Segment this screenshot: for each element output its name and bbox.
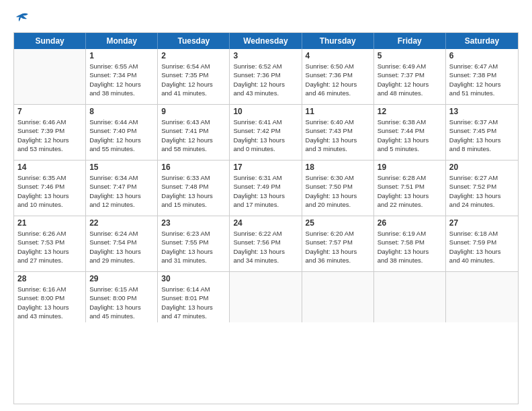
day-info: Sunrise: 6:19 AM Sunset: 7:58 PM Dayligh… (378, 229, 442, 265)
day-number: 24 (233, 218, 298, 228)
calendar-day-cell: 29Sunrise: 6:15 AM Sunset: 8:00 PM Dayli… (86, 272, 158, 322)
day-info: Sunrise: 6:47 AM Sunset: 7:38 PM Dayligh… (449, 62, 515, 97)
day-number: 16 (161, 163, 226, 172)
calendar-day-cell (374, 272, 446, 322)
day-number: 18 (306, 163, 370, 172)
day-number: 1 (89, 51, 154, 60)
day-number: 8 (89, 107, 154, 116)
calendar-day-cell: 23Sunrise: 6:23 AM Sunset: 7:55 PM Dayli… (158, 216, 230, 271)
day-info: Sunrise: 6:52 AM Sunset: 7:36 PM Dayligh… (233, 62, 298, 97)
calendar-day-cell: 5Sunrise: 6:49 AM Sunset: 7:37 PM Daylig… (374, 49, 446, 104)
calendar-day-cell: 17Sunrise: 6:31 AM Sunset: 7:49 PM Dayli… (230, 161, 302, 216)
day-info: Sunrise: 6:38 AM Sunset: 7:44 PM Dayligh… (378, 118, 442, 153)
day-number: 19 (378, 163, 442, 172)
day-number: 22 (89, 218, 154, 228)
calendar-day-cell: 22Sunrise: 6:24 AM Sunset: 7:54 PM Dayli… (86, 216, 158, 271)
day-number: 3 (233, 51, 298, 60)
calendar-day-cell: 15Sunrise: 6:34 AM Sunset: 7:47 PM Dayli… (86, 161, 158, 216)
day-info: Sunrise: 6:24 AM Sunset: 7:54 PM Dayligh… (89, 229, 154, 265)
day-info: Sunrise: 6:31 AM Sunset: 7:49 PM Dayligh… (233, 173, 298, 209)
day-number: 28 (17, 274, 82, 283)
calendar-week-row: 14Sunrise: 6:35 AM Sunset: 7:46 PM Dayli… (14, 161, 518, 216)
calendar-day-cell: 21Sunrise: 6:26 AM Sunset: 7:53 PM Dayli… (14, 216, 86, 271)
calendar-day-cell (302, 272, 374, 322)
day-info: Sunrise: 6:37 AM Sunset: 7:45 PM Dayligh… (449, 118, 515, 153)
calendar-day-cell: 3Sunrise: 6:52 AM Sunset: 7:36 PM Daylig… (230, 49, 302, 104)
day-number: 2 (161, 51, 226, 60)
calendar-body: 1Sunrise: 6:55 AM Sunset: 7:34 PM Daylig… (14, 49, 518, 322)
calendar-day-cell: 11Sunrise: 6:40 AM Sunset: 7:43 PM Dayli… (302, 105, 374, 160)
calendar-day-cell: 28Sunrise: 6:16 AM Sunset: 8:00 PM Dayli… (14, 272, 86, 322)
day-number: 26 (378, 218, 442, 228)
day-info: Sunrise: 6:20 AM Sunset: 7:57 PM Dayligh… (306, 229, 370, 265)
calendar-header: SundayMondayTuesdayWednesdayThursdayFrid… (14, 33, 518, 49)
calendar-header-cell: Sunday (14, 33, 86, 49)
day-info: Sunrise: 6:16 AM Sunset: 8:00 PM Dayligh… (17, 285, 82, 320)
day-number: 9 (161, 107, 226, 116)
calendar-day-cell: 13Sunrise: 6:37 AM Sunset: 7:45 PM Dayli… (446, 105, 518, 160)
day-info: Sunrise: 6:34 AM Sunset: 7:47 PM Dayligh… (89, 173, 154, 209)
day-info: Sunrise: 6:55 AM Sunset: 7:34 PM Dayligh… (89, 62, 154, 97)
calendar-header-cell: Monday (86, 33, 158, 49)
calendar-week-row: 1Sunrise: 6:55 AM Sunset: 7:34 PM Daylig… (14, 49, 518, 105)
day-number: 17 (233, 163, 298, 172)
day-number: 20 (449, 163, 515, 172)
logo-bird-icon (15, 11, 30, 26)
calendar-day-cell (14, 49, 86, 104)
day-info: Sunrise: 6:15 AM Sunset: 8:00 PM Dayligh… (89, 285, 154, 320)
day-number: 14 (17, 163, 82, 172)
day-info: Sunrise: 6:35 AM Sunset: 7:46 PM Dayligh… (17, 173, 82, 209)
day-info: Sunrise: 6:43 AM Sunset: 7:41 PM Dayligh… (161, 118, 226, 153)
calendar-day-cell: 25Sunrise: 6:20 AM Sunset: 7:57 PM Dayli… (302, 216, 374, 271)
day-number: 11 (306, 107, 370, 116)
day-number: 23 (161, 218, 226, 228)
day-number: 25 (306, 218, 370, 228)
calendar-day-cell: 7Sunrise: 6:46 AM Sunset: 7:39 PM Daylig… (14, 105, 86, 160)
calendar-day-cell: 12Sunrise: 6:38 AM Sunset: 7:44 PM Dayli… (374, 105, 446, 160)
day-number: 13 (449, 107, 515, 116)
calendar-day-cell: 4Sunrise: 6:50 AM Sunset: 7:36 PM Daylig… (302, 49, 374, 104)
day-info: Sunrise: 6:27 AM Sunset: 7:52 PM Dayligh… (449, 173, 515, 209)
day-number: 7 (17, 107, 82, 116)
calendar-day-cell: 6Sunrise: 6:47 AM Sunset: 7:38 PM Daylig… (446, 49, 518, 104)
day-number: 6 (449, 51, 515, 60)
calendar-day-cell: 20Sunrise: 6:27 AM Sunset: 7:52 PM Dayli… (446, 161, 518, 216)
calendar-day-cell: 24Sunrise: 6:22 AM Sunset: 7:56 PM Dayli… (230, 216, 302, 271)
calendar-day-cell: 9Sunrise: 6:43 AM Sunset: 7:41 PM Daylig… (158, 105, 230, 160)
day-info: Sunrise: 6:22 AM Sunset: 7:56 PM Dayligh… (233, 229, 298, 265)
calendar-week-row: 21Sunrise: 6:26 AM Sunset: 7:53 PM Dayli… (14, 216, 518, 272)
day-info: Sunrise: 6:46 AM Sunset: 7:39 PM Dayligh… (17, 118, 82, 153)
day-info: Sunrise: 6:28 AM Sunset: 7:51 PM Dayligh… (378, 173, 442, 209)
calendar-header-cell: Wednesday (230, 33, 302, 49)
calendar-day-cell: 16Sunrise: 6:33 AM Sunset: 7:48 PM Dayli… (158, 161, 230, 216)
logo (13, 11, 30, 26)
day-info: Sunrise: 6:40 AM Sunset: 7:43 PM Dayligh… (306, 118, 370, 153)
page: SundayMondayTuesdayWednesdayThursdayFrid… (0, 0, 532, 411)
calendar-day-cell: 8Sunrise: 6:44 AM Sunset: 7:40 PM Daylig… (86, 105, 158, 160)
day-number: 4 (306, 51, 370, 60)
day-info: Sunrise: 6:41 AM Sunset: 7:42 PM Dayligh… (233, 118, 298, 153)
day-number: 5 (378, 51, 442, 60)
calendar-day-cell: 27Sunrise: 6:18 AM Sunset: 7:59 PM Dayli… (446, 216, 518, 271)
day-info: Sunrise: 6:30 AM Sunset: 7:50 PM Dayligh… (306, 173, 370, 209)
header (13, 11, 519, 26)
calendar-day-cell: 30Sunrise: 6:14 AM Sunset: 8:01 PM Dayli… (158, 272, 230, 322)
calendar-week-row: 7Sunrise: 6:46 AM Sunset: 7:39 PM Daylig… (14, 105, 518, 161)
calendar-day-cell: 19Sunrise: 6:28 AM Sunset: 7:51 PM Dayli… (374, 161, 446, 216)
day-info: Sunrise: 6:33 AM Sunset: 7:48 PM Dayligh… (161, 173, 226, 209)
calendar-header-cell: Tuesday (158, 33, 230, 49)
calendar-day-cell: 18Sunrise: 6:30 AM Sunset: 7:50 PM Dayli… (302, 161, 374, 216)
day-number: 10 (233, 107, 298, 116)
day-info: Sunrise: 6:50 AM Sunset: 7:36 PM Dayligh… (306, 62, 370, 97)
calendar-day-cell: 10Sunrise: 6:41 AM Sunset: 7:42 PM Dayli… (230, 105, 302, 160)
day-number: 12 (378, 107, 442, 116)
calendar-header-cell: Thursday (302, 33, 374, 49)
calendar-header-cell: Saturday (446, 33, 518, 49)
calendar-week-row: 28Sunrise: 6:16 AM Sunset: 8:00 PM Dayli… (14, 272, 518, 322)
day-info: Sunrise: 6:18 AM Sunset: 7:59 PM Dayligh… (449, 229, 515, 265)
day-info: Sunrise: 6:26 AM Sunset: 7:53 PM Dayligh… (17, 229, 82, 265)
calendar-day-cell (230, 272, 302, 322)
calendar: SundayMondayTuesdayWednesdayThursdayFrid… (13, 32, 519, 404)
day-number: 21 (17, 218, 82, 228)
day-info: Sunrise: 6:54 AM Sunset: 7:35 PM Dayligh… (161, 62, 226, 97)
